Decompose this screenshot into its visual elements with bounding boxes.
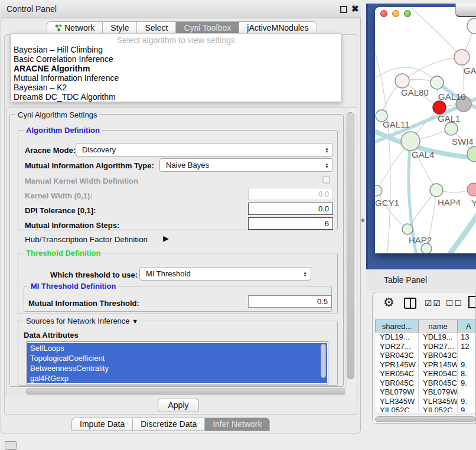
network-view-panel: GAL80GAL10GALGAL1GAL11GAL4SWI4GCY1HAP4YH… bbox=[366, 4, 476, 269]
network-node bbox=[467, 18, 476, 34]
dock-panel-icon[interactable] bbox=[5, 441, 17, 450]
columns-icon[interactable] bbox=[404, 298, 416, 309]
cyni-algorithm-settings-legend: Cyni Algorithm Settings bbox=[15, 110, 99, 119]
cell: 9. bbox=[458, 360, 476, 370]
aracne-mode-value: Discovery bbox=[82, 145, 116, 154]
toolbar-fragment bbox=[455, 4, 476, 17]
tab-infer-network[interactable]: Infer Network bbox=[204, 418, 270, 431]
table-row[interactable]: YER054CYER054C8. bbox=[376, 369, 476, 379]
table-hscrollbar-track[interactable] bbox=[373, 415, 476, 423]
network-node-label: GAL4 bbox=[412, 149, 434, 159]
dpi-tolerance-field[interactable]: 0.0 bbox=[248, 203, 333, 215]
hub-definition-label: Hub/Transcription Factor Definition bbox=[25, 235, 148, 244]
network-node bbox=[402, 224, 413, 234]
tab-infer-network-label: Infer Network bbox=[213, 419, 262, 429]
network-node-label: GCY1 bbox=[375, 198, 399, 208]
cell: YER054C bbox=[419, 369, 458, 379]
network-node bbox=[430, 184, 443, 197]
network-node-label: Y bbox=[471, 198, 476, 208]
aracne-mode-select[interactable]: Discovery ▲▼ bbox=[76, 143, 333, 156]
data-attributes-label: Data Attributes bbox=[24, 331, 79, 340]
dpi-tolerance-label: DPI Tolerance [0,1]: bbox=[25, 206, 96, 215]
cell: YER054C bbox=[376, 369, 419, 379]
algorithm-option[interactable]: Dream8 DC_TDC Algorithm bbox=[11, 92, 341, 102]
mi-threshold-field[interactable]: 0.5 bbox=[248, 295, 332, 308]
close-icon[interactable]: ✖ bbox=[351, 4, 359, 14]
apply-button[interactable]: Apply bbox=[158, 399, 199, 412]
cell bbox=[458, 351, 476, 360]
network-node-label: HAP2 bbox=[409, 235, 432, 245]
algorithm-dropdown-hint: Select algorithm to view settings bbox=[11, 34, 341, 45]
tab-impute-data[interactable]: Impute Data bbox=[71, 418, 133, 431]
table-row[interactable]: YDL19...YDL19...13 bbox=[376, 332, 476, 342]
list-item[interactable]: TopologicalCoefficient bbox=[27, 353, 327, 363]
kernel-width-field[interactable]: 0.0 bbox=[248, 188, 333, 200]
which-threshold-value: MI Threshold bbox=[146, 269, 191, 278]
table-row[interactable]: YIL052CYIL052C9. bbox=[376, 406, 476, 412]
algorithm-option[interactable]: Bayesian – Hill Climbing bbox=[11, 45, 341, 54]
table-row[interactable]: YBL079WYBL079W bbox=[376, 387, 476, 397]
minimize-window-icon[interactable] bbox=[392, 10, 399, 17]
list-item[interactable]: BetweennessCentrality bbox=[27, 363, 327, 373]
close-window-icon[interactable] bbox=[380, 10, 387, 17]
cell: YDR27... bbox=[376, 342, 419, 351]
threshold-definition-legend: Threshold Definition bbox=[24, 249, 103, 257]
hub-expand-arrow-icon[interactable]: ▶ bbox=[163, 234, 169, 243]
table-row[interactable]: YPR145WYPR145W9. bbox=[376, 360, 476, 370]
cell: 13 bbox=[458, 332, 476, 342]
algorithm-option-selected[interactable]: ARACNE Algorithm bbox=[11, 64, 341, 73]
bottom-tabs: Impute Data Discretize Data Infer Networ… bbox=[72, 418, 270, 431]
list-item[interactable]: gal4RGexp bbox=[27, 373, 327, 383]
cell: 9. bbox=[458, 379, 476, 388]
stepper-icon: ▲▼ bbox=[299, 271, 307, 277]
table-hscrollbar-thumb[interactable] bbox=[375, 416, 475, 422]
gear-icon[interactable]: ⚙ bbox=[383, 295, 395, 309]
table-row[interactable]: YBR043CYBR043C bbox=[376, 351, 476, 360]
mi-steps-field[interactable]: 6 bbox=[248, 217, 333, 230]
page-icon[interactable] bbox=[468, 296, 476, 308]
network-node-label: GAL80 bbox=[401, 87, 429, 97]
cell: YPR145W bbox=[419, 360, 458, 370]
table-row[interactable]: YBR045CYBR045C9. bbox=[376, 379, 476, 388]
list-scrollbar-thumb[interactable] bbox=[321, 344, 326, 378]
horizontal-scrollbar-thumb[interactable] bbox=[26, 389, 352, 394]
cell: YIL052C bbox=[419, 406, 458, 412]
table-header-row: shared... name A bbox=[376, 319, 476, 332]
float-window-icon[interactable] bbox=[340, 6, 347, 13]
manual-kernel-checkbox[interactable] bbox=[322, 176, 330, 184]
select-all-icon[interactable]: ☑☑ bbox=[425, 298, 442, 308]
algorithm-dropdown-popup: Select algorithm to view settings Bayesi… bbox=[11, 33, 341, 102]
cell: YBR043C bbox=[376, 351, 419, 360]
vertical-scrollbar-thumb[interactable] bbox=[347, 112, 354, 379]
cell: YDL19... bbox=[376, 332, 419, 342]
network-node-label: HAP4 bbox=[438, 197, 461, 207]
table-body: YDL19...YDL19...13 YDR27...YDR27...12 YB… bbox=[376, 332, 476, 412]
table-row[interactable]: YDR27...YDR27...12 bbox=[376, 342, 476, 351]
zoom-window-icon[interactable] bbox=[404, 10, 411, 17]
column-header-name[interactable]: name bbox=[418, 319, 458, 332]
network-canvas[interactable]: GAL80GAL10GALGAL1GAL11GAL4SWI4GCY1HAP4YH… bbox=[375, 7, 476, 253]
collapse-arrow-icon[interactable]: ▼ bbox=[132, 318, 138, 325]
network-node bbox=[375, 185, 382, 196]
cell bbox=[458, 387, 476, 397]
network-window[interactable]: GAL80GAL10GALGAL1GAL11GAL4SWI4GCY1HAP4YH… bbox=[375, 7, 476, 253]
network-node-label: GAL11 bbox=[383, 119, 410, 129]
algorithm-option[interactable]: Bayesian – K2 bbox=[11, 83, 341, 92]
list-item[interactable]: SelfLoops bbox=[27, 343, 327, 353]
network-node bbox=[433, 101, 446, 114]
column-header-shared-name[interactable]: shared... bbox=[375, 319, 419, 332]
deselect-all-icon[interactable]: ☐☐ bbox=[446, 298, 463, 308]
algorithm-option[interactable]: Basic Correlation Inference bbox=[11, 54, 341, 64]
table-row[interactable]: YLR345WYLR345W9. bbox=[376, 397, 476, 406]
algorithm-definition-legend: Algorithm Definition bbox=[24, 126, 102, 135]
tab-select-label: Select bbox=[145, 23, 168, 32]
algorithm-option[interactable]: Mutual Information Inference bbox=[11, 73, 341, 83]
mi-type-value: Naive Bayes bbox=[166, 161, 209, 169]
tab-discretize-data[interactable]: Discretize Data bbox=[132, 418, 205, 431]
network-node bbox=[454, 50, 470, 65]
mi-type-select[interactable]: Naive Bayes ▲▼ bbox=[159, 158, 333, 172]
which-threshold-select[interactable]: MI Threshold ▲▼ bbox=[139, 267, 311, 281]
tab-network-label: Network bbox=[64, 23, 94, 32]
splitter-handle[interactable] bbox=[361, 219, 364, 222]
column-header-a[interactable]: A bbox=[457, 319, 476, 332]
